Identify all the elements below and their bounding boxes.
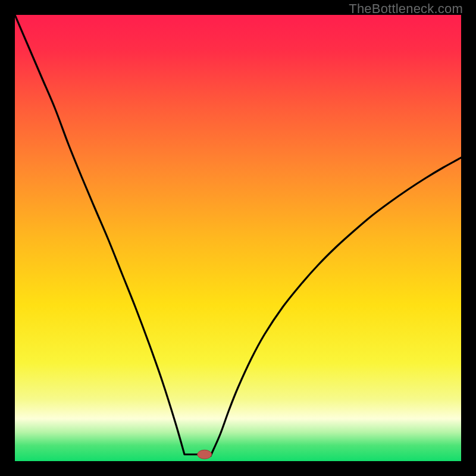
gradient-background [15, 15, 461, 461]
watermark-text: TheBottleneck.com [349, 1, 463, 17]
plot-viewport [15, 15, 461, 461]
minimum-marker [198, 450, 212, 459]
bottleneck-chart [15, 15, 461, 461]
